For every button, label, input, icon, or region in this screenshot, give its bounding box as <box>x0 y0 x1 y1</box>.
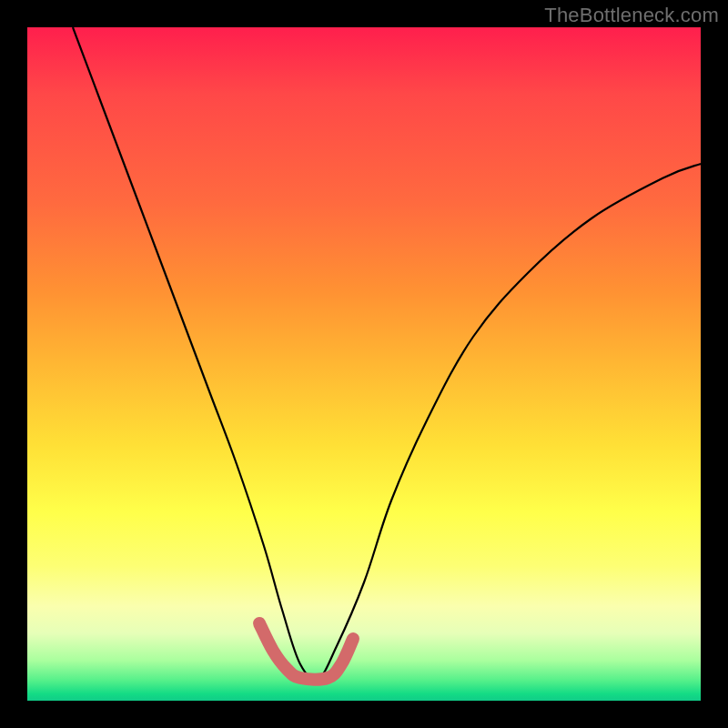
plot-area <box>27 27 701 701</box>
bottleneck-curve <box>73 27 701 679</box>
curve-svg <box>27 27 701 701</box>
chart-frame: TheBottleneck.com <box>0 0 728 728</box>
watermark-text: TheBottleneck.com <box>544 4 719 27</box>
optimal-bracket <box>259 623 353 680</box>
